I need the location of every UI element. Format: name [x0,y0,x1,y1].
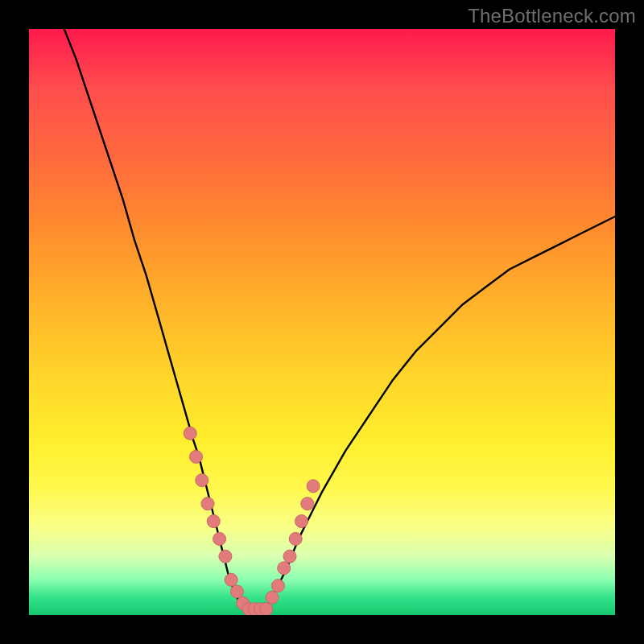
highlight-marker [271,580,284,592]
highlight-marker [266,591,279,604]
highlight-markers [184,427,320,615]
watermark-label: TheBottleneck.com [468,5,636,27]
highlight-marker [260,603,273,615]
highlight-marker [307,480,320,493]
chart-frame: TheBottleneck.com [0,0,644,644]
bottleneck-curve [64,29,615,609]
highlight-marker [283,550,296,563]
highlight-marker [201,497,214,510]
highlight-marker [184,427,196,440]
highlight-marker [301,497,314,510]
highlight-marker [207,515,220,528]
highlight-marker [278,562,291,575]
bottleneck-curve-svg [29,29,615,615]
highlight-marker [213,532,226,545]
highlight-marker [230,585,243,598]
plot-area [29,29,615,615]
highlight-marker [295,515,308,528]
highlight-marker [190,450,203,463]
highlight-marker [219,550,232,563]
highlight-marker [289,532,302,545]
highlight-marker [225,573,237,586]
highlight-marker [196,474,208,487]
